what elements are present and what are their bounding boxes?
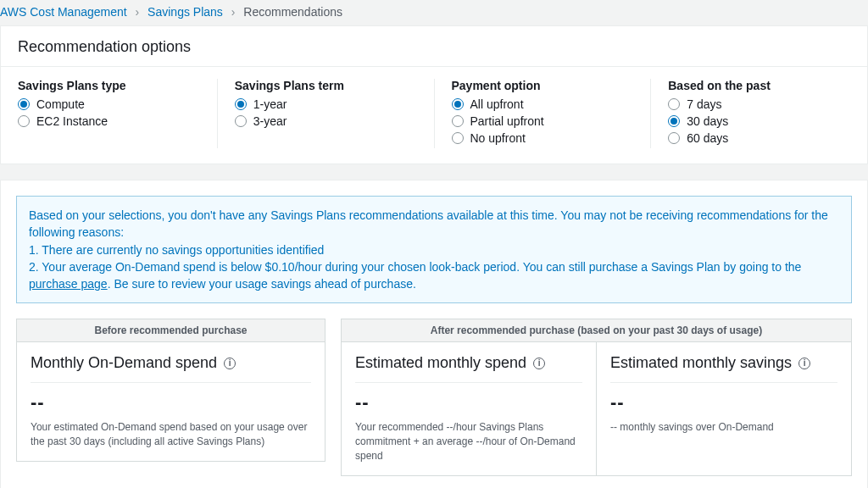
- radio-all-upfront[interactable]: All upfront: [452, 97, 634, 111]
- radio-label: Compute: [36, 97, 85, 111]
- info-icon[interactable]: i: [224, 358, 236, 369]
- panel-title: Recommendation options: [1, 26, 867, 67]
- recommendation-options-panel: Recommendation options Savings Plans typ…: [0, 25, 868, 164]
- info-alert: Based on your selections, you don't have…: [16, 196, 852, 303]
- radio-no-upfront[interactable]: No upfront: [452, 131, 634, 145]
- radio-3-year[interactable]: 3-year: [235, 114, 417, 128]
- card-title-text: Estimated monthly spend: [355, 354, 526, 372]
- card-description: Your recommended --/hour Savings Plans c…: [355, 420, 582, 463]
- card-value: --: [610, 391, 837, 413]
- radio-icon: [668, 98, 680, 110]
- chevron-right-icon: ›: [136, 5, 140, 19]
- option-group-payment: Payment option All upfront Partial upfro…: [452, 79, 652, 148]
- card-title-text: Estimated monthly savings: [610, 354, 792, 372]
- alert-reason-1: 1. There are currently no savings opport…: [29, 243, 324, 257]
- alert-intro: Based on your selections, you don't have…: [29, 208, 828, 239]
- radio-30-days[interactable]: 30 days: [668, 114, 850, 128]
- option-group-lookback: Based on the past 7 days 30 days 60 days: [668, 79, 850, 148]
- radio-label: 7 days: [687, 97, 721, 111]
- radio-label: 1-year: [253, 97, 287, 111]
- option-group-savings-plans-type: Savings Plans type Compute EC2 Instance: [18, 79, 218, 148]
- radio-icon: [452, 115, 464, 127]
- radio-label: EC2 Instance: [36, 114, 108, 128]
- after-column: After recommended purchase (based on you…: [341, 319, 852, 475]
- breadcrumb: AWS Cost Management › Savings Plans › Re…: [0, 0, 868, 25]
- card-value: --: [355, 391, 582, 413]
- radio-icon: [452, 132, 464, 144]
- radio-icon: [452, 98, 464, 110]
- column-header-before: Before recommended purchase: [16, 319, 326, 341]
- card-description: -- monthly savings over On-Demand: [610, 420, 837, 435]
- radio-label: 30 days: [687, 114, 728, 128]
- radio-icon: [668, 115, 680, 127]
- radio-7-days[interactable]: 7 days: [668, 97, 850, 111]
- option-group-title: Based on the past: [668, 79, 850, 92]
- radio-1-year[interactable]: 1-year: [235, 97, 417, 111]
- chevron-right-icon: ›: [231, 5, 236, 19]
- radio-label: All upfront: [470, 97, 524, 111]
- breadcrumb-link-cost-management[interactable]: AWS Cost Management: [0, 5, 127, 19]
- purchase-page-link[interactable]: purchase page: [29, 277, 108, 291]
- radio-label: No upfront: [470, 131, 526, 145]
- card-estimated-monthly-savings: Estimated monthly savings i -- -- monthl…: [596, 341, 852, 475]
- radio-icon: [668, 132, 680, 144]
- column-header-after: After recommended purchase (based on you…: [341, 319, 852, 341]
- radio-compute[interactable]: Compute: [18, 97, 200, 111]
- card-estimated-monthly-spend: Estimated monthly spend i -- Your recomm…: [341, 341, 596, 475]
- radio-ec2-instance[interactable]: EC2 Instance: [18, 114, 200, 128]
- card-title-text: Monthly On-Demand spend: [31, 354, 217, 372]
- option-group-title: Savings Plans term: [235, 79, 417, 92]
- option-group-title: Savings Plans type: [18, 79, 200, 92]
- radio-60-days[interactable]: 60 days: [668, 131, 850, 145]
- radio-icon: [235, 115, 247, 127]
- alert-reason-2a: 2. Your average On-Demand spend is below…: [29, 260, 801, 274]
- radio-icon: [18, 98, 30, 110]
- card-value: --: [31, 391, 311, 413]
- info-icon[interactable]: i: [798, 358, 810, 369]
- info-icon[interactable]: i: [533, 358, 545, 369]
- alert-reason-2b: . Be sure to review your usage savings a…: [108, 277, 416, 291]
- radio-label: 3-year: [253, 114, 287, 128]
- breadcrumb-current: Recommendations: [243, 5, 342, 19]
- radio-partial-upfront[interactable]: Partial upfront: [452, 114, 634, 128]
- radio-icon: [18, 115, 30, 127]
- breadcrumb-link-savings-plans[interactable]: Savings Plans: [147, 5, 223, 19]
- option-group-title: Payment option: [452, 79, 634, 92]
- card-monthly-ondemand-spend: Monthly On-Demand spend i -- Your estima…: [16, 341, 326, 462]
- radio-label: 60 days: [687, 131, 728, 145]
- card-description: Your estimated On-Demand spend based on …: [31, 420, 311, 449]
- radio-label: Partial upfront: [470, 114, 544, 128]
- recommendations-summary-panel: Based on your selections, you don't have…: [0, 180, 868, 488]
- radio-icon: [235, 98, 247, 110]
- before-column: Before recommended purchase Monthly On-D…: [16, 319, 326, 475]
- option-group-term: Savings Plans term 1-year 3-year: [235, 79, 435, 148]
